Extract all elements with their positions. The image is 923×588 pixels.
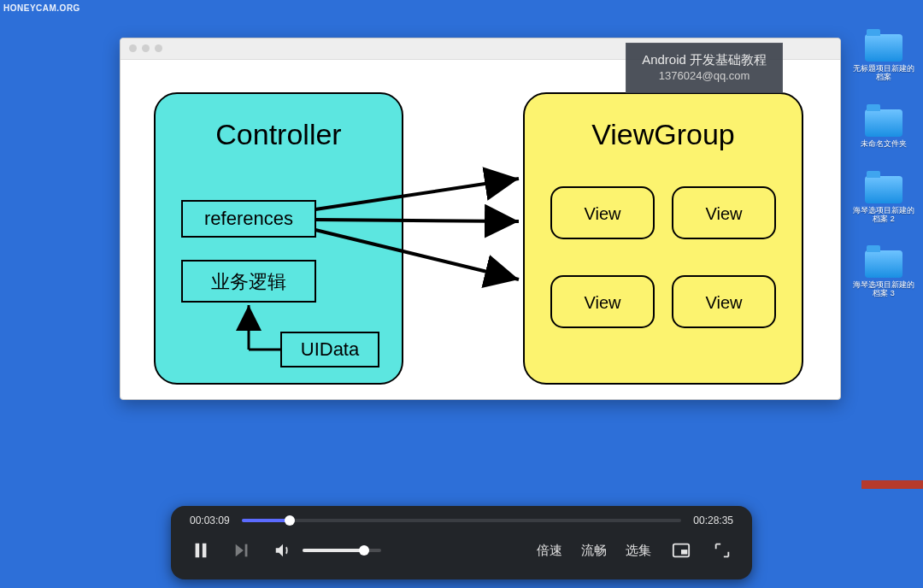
slide-diagram: Controller references 业务逻辑 UIData xyxy=(121,59,840,399)
svg-rect-12 xyxy=(245,544,248,557)
course-contact: 1376024@qq.com xyxy=(642,68,767,84)
video-player-bar: 00:03:09 00:28:35 xyxy=(171,506,752,579)
course-title: Android 开发基础教程 xyxy=(642,50,767,68)
total-time: 00:28:35 xyxy=(693,514,733,526)
fullscreen-button[interactable] xyxy=(711,539,733,562)
uidata-label: UIData xyxy=(301,338,360,360)
pause-button[interactable] xyxy=(190,539,212,562)
svg-text:View: View xyxy=(585,204,622,223)
folder-icon xyxy=(865,109,902,137)
svg-text:View: View xyxy=(706,293,744,312)
svg-text:View: View xyxy=(706,204,744,223)
volume-track[interactable] xyxy=(303,549,381,552)
references-label: references xyxy=(204,208,293,229)
progress-thumb[interactable] xyxy=(285,515,295,526)
svg-rect-10 xyxy=(196,544,200,558)
desktop-folder-1[interactable]: 无标题项目新建的 档案 xyxy=(853,34,914,82)
pause-icon xyxy=(191,541,210,560)
desktop-icon-label: 海琴选项目新建的 档案 3 xyxy=(853,281,914,298)
logic-label: 业务逻辑 xyxy=(211,271,286,292)
desktop-folder-2[interactable]: 未命名文件夹 xyxy=(861,109,907,149)
volume-fill xyxy=(303,549,364,552)
next-icon xyxy=(232,541,251,560)
folder-icon xyxy=(865,176,902,203)
volume-button[interactable] xyxy=(272,539,294,562)
controller-title: Controller xyxy=(215,118,341,150)
folder-icon xyxy=(865,250,902,278)
desktop-icon-label: 未命名文件夹 xyxy=(861,140,907,149)
desktop-icon-label: 海琴选项目新建的 档案 2 xyxy=(853,207,914,224)
folder-icon xyxy=(865,34,902,62)
fullscreen-icon xyxy=(713,541,732,560)
next-button[interactable] xyxy=(231,539,253,562)
speaker-icon xyxy=(273,541,292,560)
volume-thumb[interactable] xyxy=(359,545,369,556)
episodes-button[interactable]: 选集 xyxy=(626,543,651,559)
arrow-ref-2 xyxy=(315,220,519,221)
pip-icon xyxy=(672,541,691,560)
desktop-icon-column: 无标题项目新建的 档案 未命名文件夹 海琴选项目新建的 档案 2 海琴选项目新建… xyxy=(851,34,916,298)
svg-rect-14 xyxy=(681,550,687,555)
window-controls[interactable] xyxy=(129,44,162,52)
taskbar-fragment xyxy=(861,480,923,489)
course-overlay: Android 开发基础教程 1376024@qq.com xyxy=(626,43,783,93)
desktop-folder-4[interactable]: 海琴选项目新建的 档案 3 xyxy=(853,250,914,298)
desktop-folder-3[interactable]: 海琴选项目新建的 档案 2 xyxy=(853,176,914,224)
desktop-icon-label: 无标题项目新建的 档案 xyxy=(853,65,914,82)
progress-fill xyxy=(242,519,291,522)
viewgroup-title: ViewGroup xyxy=(591,118,735,150)
desktop-background: HONEYCAM.ORG 无标题项目新建的 档案 未命名文件夹 海琴选项目新建的… xyxy=(0,0,923,588)
svg-text:View: View xyxy=(585,293,622,312)
speed-button[interactable]: 倍速 xyxy=(537,543,562,559)
quality-button[interactable]: 流畅 xyxy=(581,543,607,559)
pip-button[interactable] xyxy=(670,539,692,562)
progress-track[interactable] xyxy=(242,519,682,522)
svg-rect-11 xyxy=(203,544,207,558)
current-time: 00:03:09 xyxy=(190,514,230,526)
watermark-text: HONEYCAM.ORG xyxy=(3,3,80,13)
